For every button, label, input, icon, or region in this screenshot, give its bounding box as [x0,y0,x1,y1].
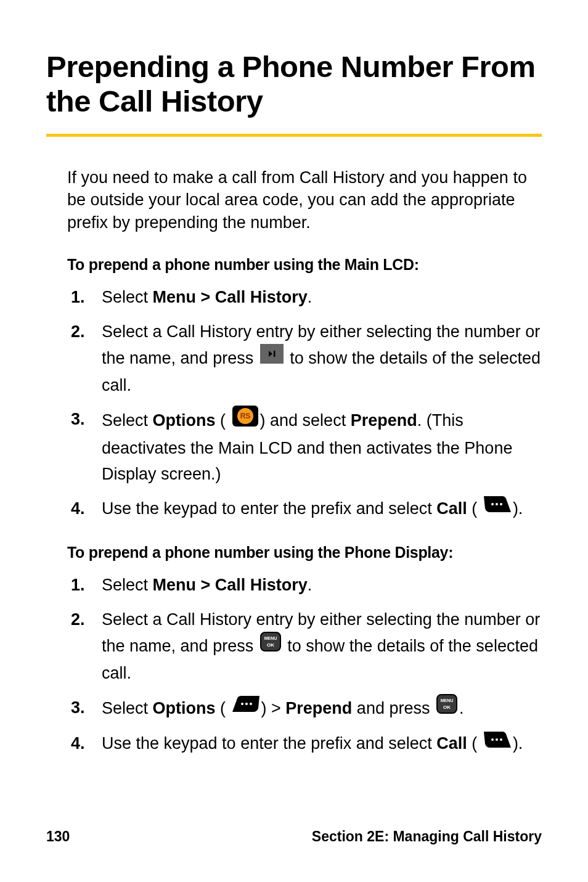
step-bold: Prepend [285,698,352,717]
svg-point-14 [250,703,252,705]
svg-point-7 [496,503,498,505]
list-item: 4. Use the keypad to enter the prefix an… [102,496,542,523]
svg-point-8 [500,503,502,505]
left-softkey-icon [484,495,511,521]
list-item: 2. Select a Call History entry by either… [102,319,542,399]
section2-steps: 1. Select Menu > Call History. 2. Select… [46,573,542,758]
svg-point-18 [491,738,494,741]
section1-heading: To prepend a phone number using the Main… [46,256,542,274]
step-number: 3. [71,695,85,721]
step-bold: Options [153,698,216,717]
step-bold: Call [436,734,467,753]
list-item: 1. Select Menu > Call History. [102,285,542,311]
left-softkey-icon [484,730,511,757]
list-item: 3. Select Options ( ) > Prepend and pres… [102,695,542,723]
step-text: ). [513,734,523,753]
step-text: . [308,288,312,306]
svg-point-12 [241,703,243,705]
svg-text:MENU: MENU [441,698,454,703]
step-text: Select [102,411,153,430]
svg-text:RS: RS [240,412,250,420]
right-softkey-icon [232,695,259,721]
svg-point-13 [245,703,248,705]
page-title: Prepending a Phone Number From the Call … [46,49,542,119]
svg-rect-2 [274,351,276,357]
svg-point-19 [496,738,498,741]
svg-point-20 [500,738,502,741]
svg-rect-9 [261,632,280,651]
step-bold: Call [436,499,467,518]
step-text: ( [216,411,226,430]
step-number: 2. [71,319,85,345]
svg-text:OK: OK [267,642,274,648]
step-text: ) and select [260,411,351,430]
step-text: Select [102,576,153,594]
step-bold: Options [153,411,216,430]
rs-softkey-icon: RS [232,406,258,435]
step-text: Use the keypad to enter the prefix and s… [102,734,436,753]
list-item: 3. Select Options ( RS ) and select Prep… [102,407,542,488]
step-text: . [308,576,312,594]
step-text: ). [513,499,523,518]
svg-text:OK: OK [443,704,451,710]
step-text: Select [102,698,153,717]
list-item: 2. Select a Call History entry by either… [102,607,542,687]
play-pause-icon [260,344,284,372]
step-text: ( [467,499,478,518]
step-number: 1. [71,573,85,598]
title-underline [46,134,542,137]
step-number: 1. [71,285,85,311]
page-footer: 130 Section 2E: Managing Call History [46,828,542,845]
step-bold: Menu > Call History [153,288,308,306]
svg-point-6 [491,503,494,505]
intro-paragraph: If you need to make a call from Call His… [46,166,542,234]
section1-steps: 1. Select Menu > Call History. 2. Select… [46,285,542,523]
step-number: 4. [71,496,85,522]
svg-text:MENU: MENU [264,636,277,640]
step-text: ) > [261,698,286,717]
list-item: 1. Select Menu > Call History. [102,573,542,598]
step-number: 3. [71,407,85,433]
step-text: ( [216,698,226,717]
list-item: 4. Use the keypad to enter the prefix an… [102,731,542,757]
menu-ok-icon: MENU OK [436,694,457,722]
section2-heading: To prepend a phone number using the Phon… [46,544,542,561]
svg-rect-15 [437,695,457,713]
step-text: and press [352,698,435,717]
step-text: Select [102,288,153,306]
step-text: ( [467,734,478,753]
step-number: 2. [71,607,85,633]
step-text: Use the keypad to enter the prefix and s… [102,499,436,518]
step-number: 4. [71,731,85,757]
footer-page-number: 130 [46,828,70,845]
step-text: . [459,698,464,717]
step-bold: Prepend [351,411,417,430]
menu-ok-icon: MENU OK [260,632,281,659]
footer-section-label: Section 2E: Managing Call History [312,828,542,845]
step-bold: Menu > Call History [153,576,308,594]
